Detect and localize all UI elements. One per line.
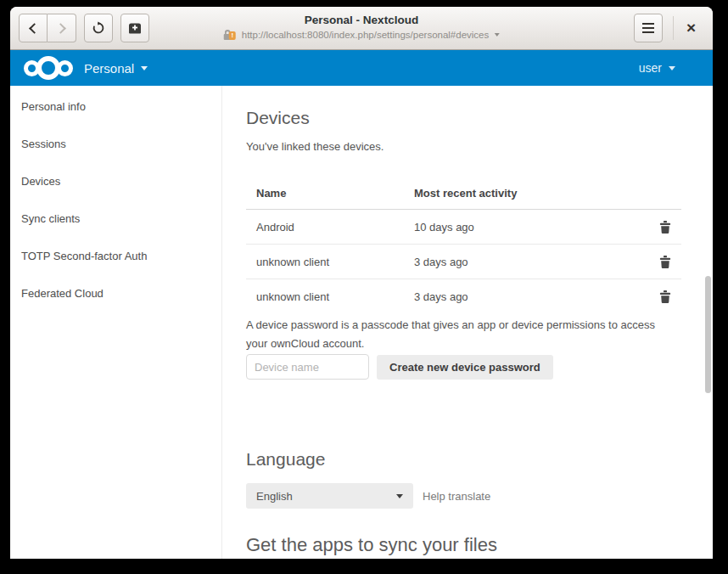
devices-heading: Devices xyxy=(246,108,310,128)
url-dropdown-icon[interactable] xyxy=(494,33,499,37)
device-password-hint: A device password is a passcode that giv… xyxy=(246,316,675,353)
menu-button[interactable] xyxy=(634,14,663,42)
scrollbar-thumb[interactable] xyxy=(705,276,711,393)
user-menu[interactable]: user xyxy=(639,61,675,75)
chevron-down-icon xyxy=(396,494,403,498)
hamburger-icon xyxy=(642,23,654,33)
chevron-down-icon xyxy=(669,66,675,70)
settings-main: Devices You've linked these devices. Nam… xyxy=(222,86,713,559)
back-button[interactable] xyxy=(19,14,48,42)
language-row: English Help translate xyxy=(246,483,490,509)
sidebar-item-devices[interactable]: Devices xyxy=(10,162,221,200)
column-header-activity: Most recent activity xyxy=(414,187,647,200)
forward-button[interactable] xyxy=(48,14,76,42)
help-translate-link[interactable]: Help translate xyxy=(423,490,490,503)
app-menu[interactable]: Personal xyxy=(84,61,148,76)
window-title: Personal - Nextcloud xyxy=(224,13,500,27)
settings-sidebar: Personal info Sessions Devices Sync clie… xyxy=(10,86,222,559)
sidebar-item-personal-info[interactable]: Personal info xyxy=(10,87,221,125)
close-button[interactable]: × xyxy=(683,20,699,37)
insecure-lock-icon: ! xyxy=(224,29,237,41)
language-select-value: English xyxy=(256,490,293,503)
reload-button[interactable] xyxy=(84,14,113,42)
column-header-name: Name xyxy=(246,187,414,200)
device-activity: 3 days ago xyxy=(414,290,647,303)
nextcloud-logo[interactable] xyxy=(24,56,73,80)
trash-icon xyxy=(659,258,671,271)
app-menu-label: Personal xyxy=(84,61,134,76)
sidebar-item-totp[interactable]: TOTP Second-factor Auth xyxy=(10,237,221,274)
user-menu-label: user xyxy=(639,61,662,75)
device-activity: 10 days ago xyxy=(414,221,647,234)
trash-icon xyxy=(659,293,671,306)
sidebar-item-sync-clients[interactable]: Sync clients xyxy=(10,200,221,237)
new-tab-icon xyxy=(128,23,142,34)
devices-subtitle: You've linked these devices. xyxy=(246,140,384,153)
nav-button-group xyxy=(19,14,76,42)
device-name: unknown client xyxy=(246,290,414,303)
logo-circle-middle xyxy=(36,56,60,80)
settings-page: Personal info Sessions Devices Sync clie… xyxy=(10,86,713,559)
delete-device-button[interactable] xyxy=(659,221,671,234)
chevron-left-icon xyxy=(29,23,40,34)
chevron-down-icon xyxy=(141,66,148,70)
devices-table: Name Most recent activity Android 10 day… xyxy=(246,177,681,314)
table-row: Android 10 days ago xyxy=(246,210,681,245)
device-name: Android xyxy=(246,221,414,234)
delete-device-button[interactable] xyxy=(659,290,671,303)
chevron-right-icon xyxy=(55,23,66,34)
browser-titlebar: Personal - Nextcloud ! http://localhost:… xyxy=(10,7,713,50)
apps-heading: Get the apps to sync your files xyxy=(246,534,497,556)
address-bar[interactable]: ! http://localhost:8080/index.php/settin… xyxy=(224,29,500,41)
url-text: http://localhost:8080/index.php/settings… xyxy=(242,30,490,40)
create-device-password-button[interactable]: Create new device password xyxy=(377,355,553,380)
new-tab-button[interactable] xyxy=(120,14,149,42)
browser-window: Personal - Nextcloud ! http://localhost:… xyxy=(10,7,713,559)
table-row: unknown client 3 days ago xyxy=(246,245,681,279)
reload-icon xyxy=(92,21,105,35)
nextcloud-header: Personal user xyxy=(10,50,713,86)
sidebar-item-federated-cloud[interactable]: Federated Cloud xyxy=(10,274,221,312)
device-activity: 3 days ago xyxy=(414,256,647,268)
sidebar-item-sessions[interactable]: Sessions xyxy=(10,125,221,162)
delete-device-button[interactable] xyxy=(659,256,671,268)
table-header-row: Name Most recent activity xyxy=(246,177,681,210)
device-name-input[interactable] xyxy=(246,354,369,380)
language-select[interactable]: English xyxy=(246,483,413,509)
table-row: unknown client 3 days ago xyxy=(246,279,681,314)
trash-icon xyxy=(659,223,671,236)
titlebar-separator xyxy=(673,16,674,40)
device-password-form: Create new device password xyxy=(246,354,553,380)
device-name: unknown client xyxy=(246,256,414,268)
titlebar-title-block: Personal - Nextcloud ! http://localhost:… xyxy=(224,13,500,41)
language-heading: Language xyxy=(246,449,325,470)
